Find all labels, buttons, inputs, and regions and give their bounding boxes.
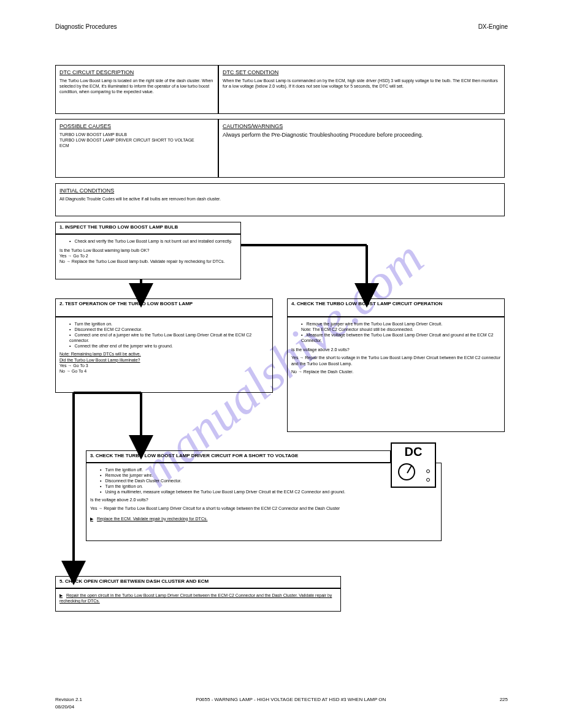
box-body: All Diagnostic Trouble Codes will be act…: [59, 196, 500, 202]
step4-item-0: Remove the jumper wire from the Turbo Lo…: [301, 321, 500, 327]
step4-item-1: Note: The ECM C2 Connector should still …: [291, 327, 500, 332]
step4-header: 4. CHECK THE TURBO LOW BOOST LAMP CIRCUI…: [287, 298, 505, 317]
cause-1: TURBO LOW BOOST LAMP BULB: [59, 132, 214, 137]
step2-item-1: Disconnect the ECM C2 Connector.: [69, 327, 269, 332]
step5-header: 5. CHECK OPEN CIRCUIT BETWEEN DASH CLUST…: [55, 576, 341, 588]
dc-port-icon: [426, 469, 430, 473]
step4-item-2: Measure the voltage between the Turbo Lo…: [301, 332, 500, 343]
step5-title: 5. CHECK OPEN CIRCUIT BETWEEN DASH CLUST…: [59, 578, 209, 584]
step1-title: 1. INSPECT THE TURBO LOW BOOST LAMP BULB: [59, 224, 178, 230]
step3-item-4: Using a multimeter, measure voltage betw…: [100, 489, 437, 495]
step2-header: 2. TEST OPERATION OF THE TURBO LOW BOOST…: [55, 298, 273, 317]
step2-yes: Yes → Go To 3: [59, 363, 269, 368]
dtc-circuit-description: DTC CIRCUIT DESCRIPTION The Turbo Low Bo…: [55, 65, 218, 114]
step4-yes: Yes → Repair the short to voltage in the…: [291, 355, 500, 366]
dc-dial-icon: [398, 463, 415, 480]
step3-result: Replace the ECM. Validate repair by rech…: [90, 516, 437, 521]
step5-body: Repair the open circuit in the Turbo Low…: [55, 588, 341, 612]
step2-no: No → Go To 4: [59, 368, 269, 374]
step1-yes: Yes → Go To 2: [59, 253, 237, 259]
box-title: INITIAL CONDITIONS: [59, 188, 500, 194]
step2-body: Turn the ignition on. Disconnect the ECM…: [55, 317, 273, 393]
step1-body: Check and verify the Turbo Low Boost Lam…: [55, 234, 241, 279]
dc-port-icon: [426, 478, 430, 482]
box-title: DTC CIRCUIT DESCRIPTION: [59, 69, 214, 75]
box-body: When the Turbo Low Boost Lamp is command…: [223, 78, 500, 89]
dtc-set-condition: DTC SET CONDITION When the Turbo Low Boo…: [218, 65, 505, 114]
box-body: The Turbo Low Boost Lamp is located on t…: [59, 78, 214, 94]
initial-conditions: INITIAL CONDITIONS All Diagnostic Troubl…: [55, 183, 505, 216]
cause-2: TURBO LOW BOOST LAMP DRIVER CIRCUIT SHOR…: [59, 137, 214, 143]
step1-no: No → Replace the Turbo Low Boost lamp bu…: [59, 259, 237, 264]
step2-question: Did the Turbo Low Boost Lamp illuminate?: [59, 357, 269, 363]
dc-multimeter-icon: DC: [391, 442, 436, 488]
step3-title: 3. CHECK THE TURBO LOW BOOST LAMP DRIVER…: [90, 453, 298, 458]
box-title: POSSIBLE CAUSES: [59, 123, 214, 129]
step5-result: Repair the open circuit in the Turbo Low…: [59, 593, 337, 604]
step1-item: Check and verify the Turbo Low Boost Lam…: [69, 238, 237, 244]
step3-header: 3. CHECK THE TURBO LOW BOOST LAMP DRIVER…: [86, 450, 391, 463]
cautions-warnings: CAUTIONS/WARNINGS Always perform the Pre…: [218, 119, 505, 178]
step1-header: 1. INSPECT THE TURBO LOW BOOST LAMP BULB: [55, 222, 241, 234]
cause-3: ECM: [59, 143, 214, 148]
step4-question: Is the voltage above 2.0 volts?: [291, 347, 500, 352]
step3-item-3: Turn the ignition on.: [100, 483, 437, 489]
step2-item-2: Connect one end of a jumper wire to the …: [69, 332, 269, 343]
step4-title: 4. CHECK THE TURBO LOW BOOST LAMP CIRCUI…: [291, 301, 442, 306]
step3-item-2: Disconnect the Dash Cluster Connector.: [100, 478, 437, 483]
possible-causes: POSSIBLE CAUSES TURBO LOW BOOST LAMP BUL…: [55, 119, 218, 178]
step3-question: Is the voltage above 2.0 volts?: [90, 497, 437, 502]
step3-item-0: Turn the ignition off.: [100, 467, 437, 472]
box-title: CAUTIONS/WARNINGS: [223, 123, 500, 129]
step2-title: 2. TEST OPERATION OF THE TURBO LOW BOOST…: [59, 301, 193, 306]
box-body: Always perform the Pre-Diagnostic Troubl…: [223, 132, 500, 138]
step3-item-1: Remove the jumper wire.: [100, 472, 437, 478]
step4-body: Remove the jumper wire from the Turbo Lo…: [287, 317, 505, 432]
step2-item-0: Turn the ignition on.: [69, 321, 269, 327]
step2-note: Note: Remaining lamp DTCs will be active…: [59, 351, 269, 357]
step4-no: No → Replace the Dash Cluster.: [291, 369, 500, 374]
step2-item-3: Connect the other end of the jumper wire…: [69, 343, 269, 349]
step3-body: Turn the ignition off. Remove the jumper…: [86, 463, 442, 541]
box-title: DTC SET CONDITION: [223, 69, 500, 75]
step3-yes: Yes → Repair the Turbo Low Boost Lamp Dr…: [90, 506, 437, 511]
dc-label: DC: [392, 444, 435, 459]
step1-question: Is the Turbo Low Boost warning lamp bulb…: [59, 248, 237, 253]
